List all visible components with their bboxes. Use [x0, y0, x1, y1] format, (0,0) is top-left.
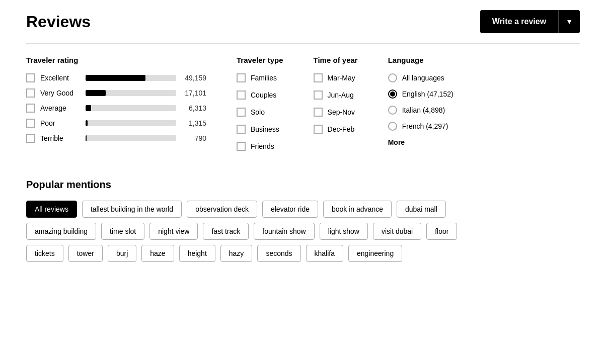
language-item[interactable]: Italian (4,898) [388, 106, 453, 115]
rating-items: Excellent 49,159 Very Good 17,101 Averag… [26, 73, 206, 143]
tag-button[interactable]: seconds [257, 245, 300, 262]
rating-item[interactable]: Excellent 49,159 [26, 73, 206, 82]
time-item[interactable]: Sep-Nov [314, 108, 358, 117]
time-item[interactable]: Jun-Aug [314, 90, 358, 100]
tag-button[interactable]: tallest building in the world [82, 201, 182, 218]
tag-button[interactable]: elevator ride [262, 201, 318, 218]
traveler-type-item[interactable]: Couples [237, 90, 283, 100]
tag-button[interactable]: tower [68, 245, 103, 262]
tag-button[interactable]: All reviews [26, 201, 77, 218]
rating-label: Terrible [40, 134, 81, 142]
tag-button[interactable]: night view [149, 223, 198, 240]
language-item[interactable]: French (4,297) [388, 122, 453, 131]
language-item[interactable]: English (47,152) [388, 89, 453, 99]
traveler-rating-section: Traveler rating Excellent 49,159 Very Go… [26, 56, 206, 159]
rating-checkbox[interactable] [26, 104, 35, 113]
time-item[interactable]: Mar-May [314, 73, 358, 82]
time-checkbox[interactable] [314, 90, 323, 100]
tag-button[interactable]: khalifa [306, 245, 343, 262]
popular-mentions-section: Popular mentions All reviewstallest buil… [26, 179, 580, 262]
filters-row: Traveler rating Excellent 49,159 Very Go… [26, 56, 580, 159]
time-checkbox[interactable] [314, 108, 323, 117]
more-languages-link[interactable]: More [388, 138, 405, 146]
language-item[interactable]: All languages [388, 73, 453, 82]
language-label: All languages [402, 74, 444, 82]
time-items: Mar-May Jun-Aug Sep-Nov Dec-Feb [314, 73, 358, 134]
tag-button[interactable]: amazing building [26, 223, 96, 240]
tag-button[interactable]: hazy [220, 245, 253, 262]
rating-checkbox[interactable] [26, 119, 35, 128]
time-checkbox[interactable] [314, 125, 323, 134]
rating-count: 6,313 [181, 104, 206, 112]
rating-bar [86, 105, 176, 111]
rating-count: 49,159 [181, 74, 206, 82]
traveler-rating-title: Traveler rating [26, 56, 206, 64]
tag-button[interactable]: dubai mall [397, 201, 446, 218]
language-radio[interactable] [388, 106, 397, 115]
traveler-type-item[interactable]: Families [237, 73, 283, 82]
time-item[interactable]: Dec-Feb [314, 125, 358, 134]
rating-checkbox[interactable] [26, 134, 35, 143]
tag-button[interactable]: time slot [101, 223, 144, 240]
tag-button[interactable]: visit dubai [373, 223, 421, 240]
rating-bar [86, 90, 176, 96]
write-review-dropdown-button[interactable]: ▼ [558, 10, 580, 33]
tag-button[interactable]: tickets [26, 245, 63, 262]
tag-button[interactable]: light show [320, 223, 368, 240]
rating-item[interactable]: Poor 1,315 [26, 119, 206, 128]
language-radio[interactable] [388, 89, 397, 99]
traveler-type-item[interactable]: Solo [237, 108, 283, 117]
rating-bar [86, 135, 176, 141]
rating-checkbox[interactable] [26, 73, 35, 82]
language-label: Italian (4,898) [402, 106, 445, 114]
time-label: Mar-May [328, 74, 355, 82]
tag-button[interactable]: engineering [348, 245, 402, 262]
rating-label: Excellent [40, 74, 81, 82]
type-label: Friends [251, 142, 274, 150]
type-label: Couples [251, 91, 276, 99]
tag-button[interactable]: floor [426, 223, 457, 240]
tag-button[interactable]: height [179, 245, 215, 262]
traveler-type-item[interactable]: Business [237, 125, 283, 134]
rating-bar [86, 120, 176, 126]
tag-button[interactable]: fountain show [254, 223, 314, 240]
type-checkbox[interactable] [237, 90, 246, 100]
popular-mentions-title: Popular mentions [26, 179, 580, 191]
tags-row-2: amazing buildingtime slotnight viewfast … [26, 223, 580, 240]
tags-row-3: ticketstowerburjhazeheighthazysecondskha… [26, 245, 580, 262]
tag-button[interactable]: observation deck [187, 201, 257, 218]
rating-bar-fill [86, 135, 87, 141]
type-checkbox[interactable] [237, 142, 246, 151]
type-checkbox[interactable] [237, 108, 246, 117]
tags-row-1: All reviewstallest building in the world… [26, 201, 580, 218]
rating-bar-fill [86, 90, 106, 96]
language-radio[interactable] [388, 73, 397, 82]
write-review-button[interactable]: Write a review [480, 10, 558, 33]
rating-bar-fill [86, 120, 88, 126]
time-checkbox[interactable] [314, 73, 323, 82]
tag-button[interactable]: book in advance [323, 201, 392, 218]
rating-checkbox[interactable] [26, 88, 35, 98]
rating-item[interactable]: Average 6,313 [26, 104, 206, 113]
rating-bar-fill [86, 105, 91, 111]
language-radio[interactable] [388, 122, 397, 131]
rating-item[interactable]: Terrible 790 [26, 134, 206, 143]
type-items: Families Couples Solo Business Friends [237, 73, 283, 151]
rating-bar [86, 75, 176, 81]
time-label: Sep-Nov [328, 108, 355, 116]
traveler-type-title: Traveler type [237, 56, 283, 64]
rating-item[interactable]: Very Good 17,101 [26, 88, 206, 98]
tag-button[interactable]: burj [108, 245, 136, 262]
tag-button[interactable]: haze [141, 245, 174, 262]
rating-label: Very Good [40, 89, 81, 97]
type-checkbox[interactable] [237, 125, 246, 134]
time-label: Jun-Aug [328, 91, 354, 99]
traveler-type-item[interactable]: Friends [237, 142, 283, 151]
language-title: Language [388, 56, 453, 64]
time-label: Dec-Feb [328, 125, 355, 133]
traveler-type-section: Traveler type Families Couples Solo Busi… [237, 56, 283, 159]
type-label: Solo [251, 108, 265, 116]
type-checkbox[interactable] [237, 73, 246, 82]
language-section: Language All languages English (47,152) … [388, 56, 453, 159]
tag-button[interactable]: fast track [203, 223, 249, 240]
